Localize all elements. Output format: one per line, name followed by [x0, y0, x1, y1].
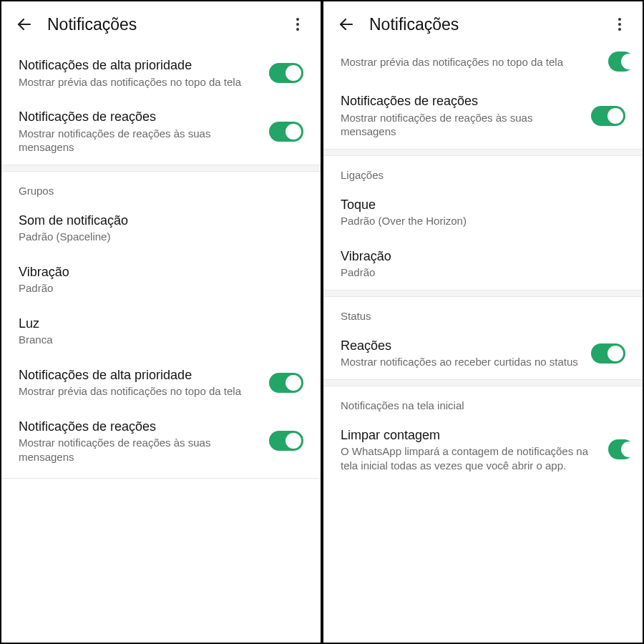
pane-left: Notificações Notificações de alta priori…: [0, 0, 322, 644]
row-title: Notificações de reações: [19, 109, 260, 125]
divider: [1, 478, 321, 479]
more-vert-icon: [296, 18, 299, 31]
row-title: Notificações de alta prioridade: [19, 367, 260, 384]
more-vert-icon: [618, 18, 621, 31]
section-header-groups: Grupos: [1, 172, 321, 203]
row-title: Som de notificação: [19, 213, 295, 229]
row-title: Luz: [19, 316, 295, 332]
row-subtitle: Branca: [19, 333, 295, 347]
row-title: Vibração: [341, 248, 617, 265]
toggle-high-priority[interactable]: [269, 63, 303, 83]
row-title: Notificações de reações: [341, 93, 582, 109]
section-divider: [323, 379, 643, 386]
section-header-calls: Ligações: [323, 156, 643, 187]
setting-reaction-notifications[interactable]: Notificações de reações Mostrar notifica…: [1, 99, 321, 165]
overflow-menu-button[interactable]: [283, 10, 312, 39]
overflow-menu-button[interactable]: [605, 10, 634, 39]
back-button[interactable]: [10, 10, 39, 39]
row-subtitle: O WhatsApp limpará a contagem de notific…: [341, 444, 600, 472]
setting-group-light[interactable]: Luz Branca: [1, 306, 321, 357]
content-left: Notificações de alta prioridade Mostrar …: [1, 47, 321, 644]
setting-group-reactions[interactable]: Notificações de reações Mostrar notifica…: [1, 409, 321, 474]
row-subtitle: Mostrar notificações ao receber curtidas…: [341, 355, 582, 369]
setting-high-priority-partial[interactable]: Mostrar prévia das notificações no topo …: [323, 47, 643, 83]
row-subtitle: Mostrar prévia das notificações no topo …: [19, 75, 260, 89]
section-header-home-notifications: Notificações na tela inicial: [323, 386, 643, 417]
setting-call-ringtone[interactable]: Toque Padrão (Over the Horizon): [323, 187, 643, 238]
row-subtitle: Mostrar notificações de reações às suas …: [19, 436, 260, 464]
setting-group-vibration[interactable]: Vibração Padrão: [1, 254, 321, 306]
row-subtitle: Mostrar prévia das notificações no topo …: [19, 384, 260, 399]
setting-group-sound[interactable]: Som de notificação Padrão (Spaceline): [1, 203, 321, 254]
row-subtitle: Padrão: [19, 281, 295, 296]
row-title: Toque: [341, 197, 617, 213]
setting-call-vibration[interactable]: Vibração Padrão: [323, 238, 643, 290]
row-subtitle: Mostrar prévia das notificações no topo …: [341, 55, 600, 69]
section-divider: [323, 149, 643, 156]
setting-clear-count[interactable]: Limpar contagem O WhatsApp limpará a con…: [323, 417, 643, 483]
row-title: Vibração: [19, 264, 295, 280]
row-subtitle: Mostrar notificações de reações às suas …: [19, 127, 260, 155]
setting-reaction-notifications[interactable]: Notificações de reações Mostrar notifica…: [323, 83, 643, 149]
header: Notificações: [323, 1, 643, 47]
setting-group-high-priority[interactable]: Notificações de alta prioridade Mostrar …: [1, 357, 321, 409]
section-divider: [1, 165, 321, 172]
row-subtitle: Padrão (Spaceline): [19, 230, 295, 244]
toggle-high-priority[interactable]: [608, 52, 634, 72]
toggle-group-reactions[interactable]: [269, 431, 303, 451]
row-subtitle: Padrão (Over the Horizon): [341, 214, 617, 228]
back-button[interactable]: [332, 10, 361, 39]
page-title: Notificações: [39, 15, 283, 34]
toggle-status-reactions[interactable]: [591, 343, 625, 364]
setting-status-reactions[interactable]: Reações Mostrar notificações ao receber …: [323, 328, 643, 379]
row-title: Reações: [341, 338, 582, 354]
row-title: Notificações de reações: [19, 419, 260, 435]
toggle-reaction-notifications[interactable]: [591, 106, 625, 126]
row-subtitle: Mostrar notificações de reações às suas …: [341, 111, 582, 139]
row-title: Notificações de alta prioridade: [19, 57, 260, 74]
row-title: Limpar contagem: [341, 427, 600, 444]
header: Notificações: [1, 1, 321, 47]
section-divider: [323, 290, 643, 297]
toggle-reaction-notifications[interactable]: [269, 122, 303, 142]
content-right: Mostrar prévia das notificações no topo …: [323, 47, 643, 644]
section-header-status: Status: [323, 297, 643, 328]
page-title: Notificações: [361, 15, 605, 34]
toggle-group-high-priority[interactable]: [269, 373, 303, 393]
setting-high-priority[interactable]: Notificações de alta prioridade Mostrar …: [1, 47, 321, 99]
pane-right: Notificações Mostrar prévia das notifica…: [322, 0, 644, 644]
toggle-clear-count[interactable]: [608, 439, 634, 459]
row-subtitle: Padrão: [341, 265, 617, 280]
